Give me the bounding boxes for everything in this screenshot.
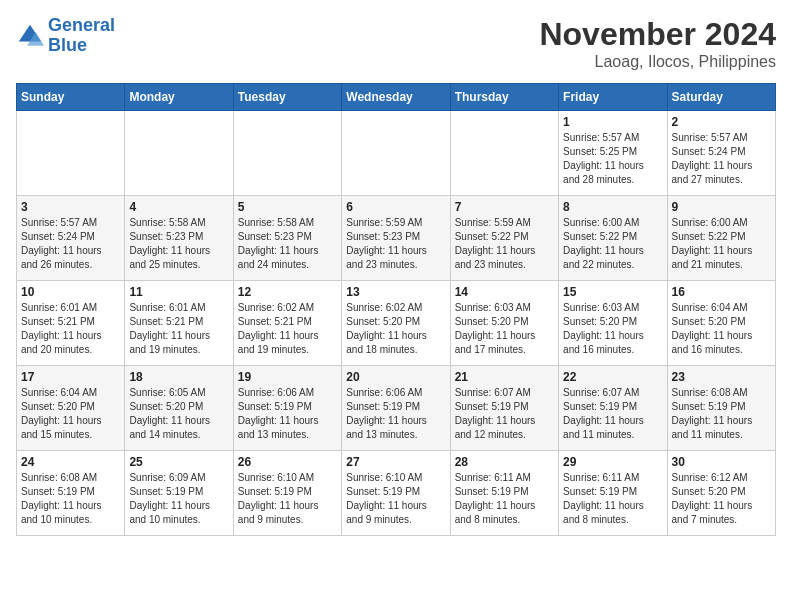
day-number: 21 [455,370,554,384]
calendar-cell: 29Sunrise: 6:11 AMSunset: 5:19 PMDayligh… [559,451,667,536]
day-info: Sunrise: 6:04 AMSunset: 5:20 PMDaylight:… [21,386,120,442]
day-info: Sunrise: 6:00 AMSunset: 5:22 PMDaylight:… [672,216,771,272]
calendar-cell: 22Sunrise: 6:07 AMSunset: 5:19 PMDayligh… [559,366,667,451]
day-info: Sunrise: 5:58 AMSunset: 5:23 PMDaylight:… [129,216,228,272]
calendar-cell [17,111,125,196]
calendar-cell: 11Sunrise: 6:01 AMSunset: 5:21 PMDayligh… [125,281,233,366]
logo-line1: General [48,15,115,35]
weekday-header: Monday [125,84,233,111]
calendar-cell: 5Sunrise: 5:58 AMSunset: 5:23 PMDaylight… [233,196,341,281]
page-header: General Blue November 2024 Laoag, Ilocos… [16,16,776,71]
calendar-table: SundayMondayTuesdayWednesdayThursdayFrid… [16,83,776,536]
weekday-header: Friday [559,84,667,111]
day-info: Sunrise: 6:02 AMSunset: 5:21 PMDaylight:… [238,301,337,357]
day-info: Sunrise: 6:03 AMSunset: 5:20 PMDaylight:… [455,301,554,357]
calendar-cell: 3Sunrise: 5:57 AMSunset: 5:24 PMDaylight… [17,196,125,281]
calendar-week-row: 1Sunrise: 5:57 AMSunset: 5:25 PMDaylight… [17,111,776,196]
day-info: Sunrise: 6:02 AMSunset: 5:20 PMDaylight:… [346,301,445,357]
day-info: Sunrise: 6:11 AMSunset: 5:19 PMDaylight:… [455,471,554,527]
day-info: Sunrise: 5:57 AMSunset: 5:24 PMDaylight:… [672,131,771,187]
day-number: 9 [672,200,771,214]
calendar-cell: 21Sunrise: 6:07 AMSunset: 5:19 PMDayligh… [450,366,558,451]
day-info: Sunrise: 6:04 AMSunset: 5:20 PMDaylight:… [672,301,771,357]
day-info: Sunrise: 6:10 AMSunset: 5:19 PMDaylight:… [346,471,445,527]
day-info: Sunrise: 6:06 AMSunset: 5:19 PMDaylight:… [238,386,337,442]
calendar-cell: 24Sunrise: 6:08 AMSunset: 5:19 PMDayligh… [17,451,125,536]
calendar-cell [233,111,341,196]
day-info: Sunrise: 6:03 AMSunset: 5:20 PMDaylight:… [563,301,662,357]
calendar-cell: 8Sunrise: 6:00 AMSunset: 5:22 PMDaylight… [559,196,667,281]
day-info: Sunrise: 6:07 AMSunset: 5:19 PMDaylight:… [563,386,662,442]
calendar-cell: 19Sunrise: 6:06 AMSunset: 5:19 PMDayligh… [233,366,341,451]
day-number: 28 [455,455,554,469]
day-number: 14 [455,285,554,299]
day-number: 12 [238,285,337,299]
day-number: 19 [238,370,337,384]
calendar-cell: 14Sunrise: 6:03 AMSunset: 5:20 PMDayligh… [450,281,558,366]
day-info: Sunrise: 6:07 AMSunset: 5:19 PMDaylight:… [455,386,554,442]
day-number: 8 [563,200,662,214]
title-block: November 2024 Laoag, Ilocos, Philippines [539,16,776,71]
calendar-cell: 27Sunrise: 6:10 AMSunset: 5:19 PMDayligh… [342,451,450,536]
day-info: Sunrise: 6:06 AMSunset: 5:19 PMDaylight:… [346,386,445,442]
day-number: 24 [21,455,120,469]
calendar-cell [450,111,558,196]
day-info: Sunrise: 6:08 AMSunset: 5:19 PMDaylight:… [672,386,771,442]
page-title: November 2024 [539,16,776,53]
calendar-week-row: 3Sunrise: 5:57 AMSunset: 5:24 PMDaylight… [17,196,776,281]
day-number: 22 [563,370,662,384]
calendar-cell: 16Sunrise: 6:04 AMSunset: 5:20 PMDayligh… [667,281,775,366]
calendar-cell: 13Sunrise: 6:02 AMSunset: 5:20 PMDayligh… [342,281,450,366]
day-number: 11 [129,285,228,299]
calendar-cell: 6Sunrise: 5:59 AMSunset: 5:23 PMDaylight… [342,196,450,281]
day-info: Sunrise: 5:59 AMSunset: 5:22 PMDaylight:… [455,216,554,272]
calendar-cell: 28Sunrise: 6:11 AMSunset: 5:19 PMDayligh… [450,451,558,536]
day-info: Sunrise: 6:11 AMSunset: 5:19 PMDaylight:… [563,471,662,527]
calendar-cell: 30Sunrise: 6:12 AMSunset: 5:20 PMDayligh… [667,451,775,536]
day-number: 23 [672,370,771,384]
weekday-header: Thursday [450,84,558,111]
calendar-week-row: 24Sunrise: 6:08 AMSunset: 5:19 PMDayligh… [17,451,776,536]
day-number: 18 [129,370,228,384]
day-number: 2 [672,115,771,129]
logo: General Blue [16,16,115,56]
day-info: Sunrise: 5:57 AMSunset: 5:24 PMDaylight:… [21,216,120,272]
logo-text: General Blue [48,16,115,56]
day-number: 3 [21,200,120,214]
weekday-header: Saturday [667,84,775,111]
weekday-header: Tuesday [233,84,341,111]
calendar-cell [125,111,233,196]
day-number: 1 [563,115,662,129]
day-info: Sunrise: 5:57 AMSunset: 5:25 PMDaylight:… [563,131,662,187]
weekday-row: SundayMondayTuesdayWednesdayThursdayFrid… [17,84,776,111]
day-info: Sunrise: 6:01 AMSunset: 5:21 PMDaylight:… [129,301,228,357]
logo-line2: Blue [48,35,87,55]
day-info: Sunrise: 5:58 AMSunset: 5:23 PMDaylight:… [238,216,337,272]
calendar-cell: 10Sunrise: 6:01 AMSunset: 5:21 PMDayligh… [17,281,125,366]
day-number: 7 [455,200,554,214]
day-number: 6 [346,200,445,214]
calendar-cell: 18Sunrise: 6:05 AMSunset: 5:20 PMDayligh… [125,366,233,451]
day-number: 30 [672,455,771,469]
day-number: 10 [21,285,120,299]
day-info: Sunrise: 6:00 AMSunset: 5:22 PMDaylight:… [563,216,662,272]
calendar-cell: 2Sunrise: 5:57 AMSunset: 5:24 PMDaylight… [667,111,775,196]
day-number: 13 [346,285,445,299]
day-number: 16 [672,285,771,299]
day-number: 20 [346,370,445,384]
calendar-cell: 1Sunrise: 5:57 AMSunset: 5:25 PMDaylight… [559,111,667,196]
calendar-cell [342,111,450,196]
calendar-cell: 7Sunrise: 5:59 AMSunset: 5:22 PMDaylight… [450,196,558,281]
day-number: 25 [129,455,228,469]
calendar-cell: 25Sunrise: 6:09 AMSunset: 5:19 PMDayligh… [125,451,233,536]
day-number: 4 [129,200,228,214]
weekday-header: Wednesday [342,84,450,111]
calendar-cell: 15Sunrise: 6:03 AMSunset: 5:20 PMDayligh… [559,281,667,366]
day-info: Sunrise: 6:08 AMSunset: 5:19 PMDaylight:… [21,471,120,527]
calendar-cell: 23Sunrise: 6:08 AMSunset: 5:19 PMDayligh… [667,366,775,451]
day-info: Sunrise: 6:12 AMSunset: 5:20 PMDaylight:… [672,471,771,527]
weekday-header: Sunday [17,84,125,111]
day-number: 27 [346,455,445,469]
calendar-cell: 17Sunrise: 6:04 AMSunset: 5:20 PMDayligh… [17,366,125,451]
day-info: Sunrise: 6:10 AMSunset: 5:19 PMDaylight:… [238,471,337,527]
